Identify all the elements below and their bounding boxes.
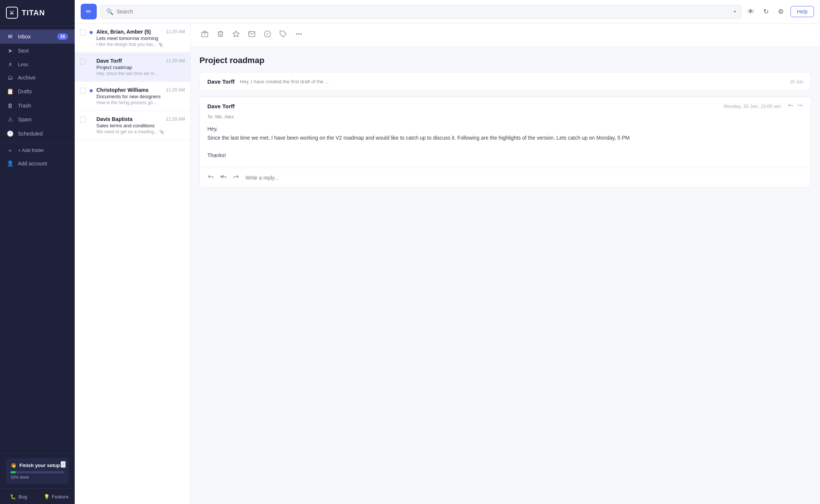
- content-area: Alex, Brian, Amber (5) 11:20 AM Lets mee…: [75, 24, 820, 504]
- drafts-icon: 📋: [7, 88, 13, 95]
- email-checkbox-3[interactable]: [80, 88, 86, 94]
- email-time-3: 11:20 AM: [166, 87, 185, 93]
- svg-marker-1: [233, 31, 239, 37]
- attachment-icon-4: 📎: [159, 130, 164, 134]
- settings-button[interactable]: ⚙: [776, 5, 786, 18]
- email-checkbox-4[interactable]: [80, 117, 86, 123]
- svg-point-4: [296, 34, 297, 35]
- sidebar-item-less[interactable]: ∧ Less: [0, 58, 75, 71]
- detail-toolbar: [191, 24, 820, 47]
- forward-button[interactable]: [233, 173, 239, 182]
- unread-dot-1: [90, 31, 93, 34]
- check-toolbar-button[interactable]: [262, 29, 273, 41]
- inbox-badge: 16: [57, 33, 68, 40]
- sidebar-item-scheduled[interactable]: 🕐 Scheduled: [0, 127, 75, 141]
- thread-card-1: Dave Torff Hey, I have created the first…: [199, 72, 811, 91]
- reply-icon-button[interactable]: [787, 102, 793, 110]
- mark-read-toolbar-button[interactable]: [247, 29, 257, 41]
- email-subject-4: Sales terms and conditions: [96, 123, 185, 128]
- reply-input[interactable]: [245, 175, 803, 181]
- compose-button[interactable]: ✏: [81, 4, 97, 19]
- sidebar-bottom: ✕ 👋 Finish your setup 10% done: [0, 453, 75, 488]
- star-toolbar-button[interactable]: [231, 29, 241, 41]
- svg-point-5: [298, 34, 300, 35]
- thread-date-1: 16 Jun: [790, 79, 803, 84]
- unread-dot-3: [90, 89, 93, 92]
- archive-icon: 🗂: [7, 74, 13, 81]
- thread-card-1-header[interactable]: Dave Torff Hey, I have created the first…: [200, 72, 811, 91]
- email-checkbox-2[interactable]: [80, 59, 86, 65]
- email-item-1[interactable]: Alex, Brian, Amber (5) 11:20 AM Lets mee…: [75, 24, 190, 53]
- reply-all-button[interactable]: [220, 173, 227, 182]
- email-sender-2: Dave Torff: [96, 58, 122, 64]
- bug-icon: 🐛: [10, 494, 16, 500]
- add-account-icon: 👤: [7, 160, 13, 167]
- svg-point-9: [802, 105, 802, 106]
- reply-bar: [200, 168, 811, 187]
- email-list-panel: Alex, Brian, Amber (5) 11:20 AM Lets mee…: [75, 24, 191, 504]
- sidebar-item-spam[interactable]: ⚠ Spam: [0, 112, 75, 127]
- inbox-icon: ✉: [7, 33, 13, 40]
- label-toolbar-button[interactable]: [278, 29, 288, 41]
- footer-tab-feature[interactable]: 💡 Feature: [37, 489, 75, 504]
- sidebar-item-drafts[interactable]: 📋 Drafts: [0, 84, 75, 99]
- refresh-button[interactable]: ↻: [761, 5, 771, 18]
- setup-percent: 10% done: [10, 475, 64, 479]
- sent-icon: ➤: [7, 47, 13, 54]
- sidebar-nav: ✉ Inbox 16 ➤ Sent ∧ Less 🗂 Archive 📋 Dra…: [0, 26, 75, 453]
- sidebar-item-trash[interactable]: 🗑 Trash: [0, 99, 75, 112]
- search-input[interactable]: [117, 9, 731, 15]
- email-sender-4: Davis Baptista: [96, 116, 132, 122]
- svg-rect-0: [202, 32, 208, 37]
- reply-button[interactable]: [207, 173, 214, 182]
- sidebar-item-sent[interactable]: ➤ Sent: [0, 44, 75, 58]
- sidebar-item-add-account[interactable]: 👤 Add account: [0, 156, 75, 171]
- delete-toolbar-button[interactable]: [215, 29, 226, 41]
- email-body-2: Dave Torff 11:20 AM Project roadmap Hey,…: [96, 58, 185, 76]
- thread-message-2: Hey, Since the last time we met, I have …: [207, 125, 803, 160]
- email-item-4[interactable]: Davis Baptista 11:20 AM Sales terms and …: [75, 111, 190, 140]
- less-icon: ∧: [7, 61, 13, 68]
- email-body-3: Christopher Williams 11:20 AM Documents …: [96, 87, 185, 105]
- feature-icon: 💡: [44, 494, 50, 500]
- archive-toolbar-button[interactable]: [199, 29, 210, 41]
- email-preview-4: We need to get on a meeting... 📎: [96, 129, 185, 134]
- sidebar-item-label: Spam: [18, 116, 32, 122]
- thread-preview-1: Hey, I have created the first draft of t…: [240, 79, 785, 84]
- email-subject-1: Lets meet tomorrow morning: [96, 35, 185, 41]
- watch-button[interactable]: 👁: [745, 6, 756, 18]
- email-time-1: 11:20 AM: [166, 29, 185, 34]
- thread-sender-2: Dave Torff: [207, 103, 235, 109]
- detail-content: Project roadmap Dave Torff Hey, I have c…: [191, 47, 820, 504]
- sidebar-item-inbox[interactable]: ✉ Inbox 16: [0, 29, 75, 44]
- search-icon: 🔍: [106, 8, 114, 15]
- setup-card: ✕ 👋 Finish your setup 10% done: [6, 458, 69, 484]
- sidebar-item-label: Drafts: [18, 88, 32, 94]
- svg-point-6: [301, 34, 302, 35]
- add-folder-icon: +: [7, 147, 13, 153]
- refresh-icon: ↻: [763, 8, 769, 15]
- thread-to-2: To: Me, Alex: [207, 114, 803, 119]
- thread-card-2: Dave Torff Monday, 30 Jun, 10:00 am: [199, 96, 811, 187]
- email-more-button[interactable]: [797, 102, 803, 110]
- help-button[interactable]: Help: [790, 6, 814, 17]
- compose-icon: ✏: [86, 7, 92, 16]
- email-body-4: Davis Baptista 11:20 AM Sales terms and …: [96, 116, 185, 134]
- search-dropdown-button[interactable]: ▾: [734, 9, 736, 14]
- sidebar-item-archive[interactable]: 🗂 Archive: [0, 71, 75, 84]
- thread-date-full-2: Monday, 30 Jun, 10:00 am: [724, 103, 781, 109]
- footer-tab-feature-label: Feature: [52, 494, 69, 500]
- email-item-2[interactable]: Dave Torff 11:20 AM Project roadmap Hey,…: [75, 53, 190, 82]
- sidebar-item-add-folder[interactable]: + + Add folder: [0, 144, 75, 156]
- setup-close-button[interactable]: ✕: [61, 461, 66, 468]
- sidebar-item-label: Trash: [18, 103, 31, 109]
- sidebar: ⚔ TITAN ✉ Inbox 16 ➤ Sent ∧ Less 🗂 Archi…: [0, 0, 75, 504]
- footer-tab-bug[interactable]: 🐛 Bug: [0, 489, 37, 504]
- email-item-3[interactable]: Christopher Williams 11:20 AM Documents …: [75, 82, 190, 111]
- sidebar-item-label: Archive: [18, 75, 35, 81]
- more-toolbar-button[interactable]: [294, 29, 304, 41]
- spam-icon: ⚠: [7, 116, 13, 123]
- email-checkbox-1[interactable]: [80, 29, 86, 35]
- email-body-1: Alex, Brian, Amber (5) 11:20 AM Lets mee…: [96, 29, 185, 47]
- email-preview-3: How is the hiring process go...: [96, 100, 185, 105]
